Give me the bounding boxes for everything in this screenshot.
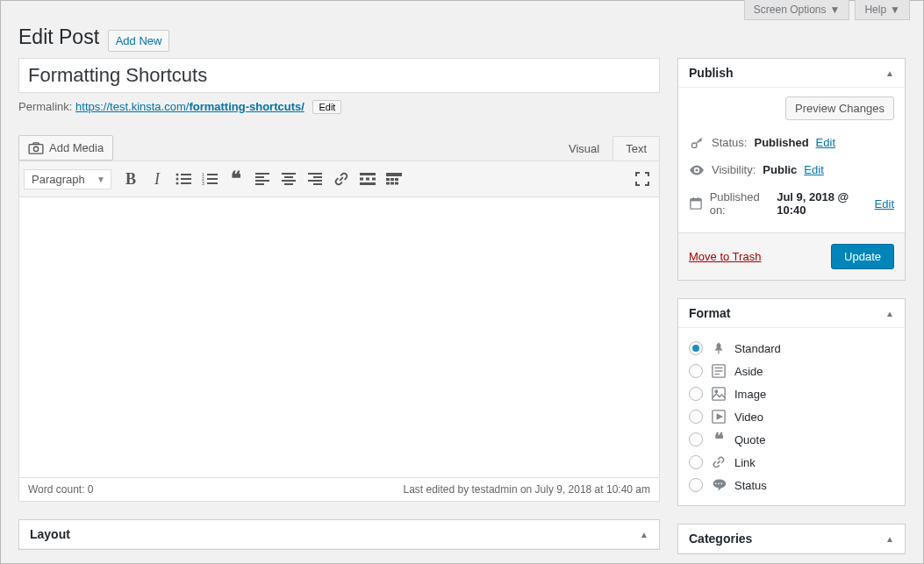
svg-text:3: 3 <box>202 181 204 185</box>
publish-heading: Publish <box>689 66 734 80</box>
add-media-label: Add Media <box>49 141 104 154</box>
layout-panel-header[interactable]: Layout ▲ <box>19 520 659 549</box>
radio-icon <box>689 455 703 469</box>
link-button[interactable] <box>329 166 354 192</box>
svg-rect-49 <box>713 388 725 400</box>
format-option-status[interactable]: Status <box>689 474 894 496</box>
permalink-label: Permalink: <box>18 100 72 113</box>
svg-rect-41 <box>691 199 701 202</box>
update-button[interactable]: Update <box>831 244 894 269</box>
bullet-list-button[interactable] <box>171 166 196 192</box>
svg-rect-18 <box>282 173 296 175</box>
screen-options-button[interactable]: Screen Options ▼ <box>744 0 850 20</box>
format-option-standard[interactable]: Standard <box>689 337 894 360</box>
tab-text[interactable]: Text <box>612 136 660 161</box>
radio-icon <box>689 387 703 401</box>
align-left-button[interactable] <box>250 166 275 192</box>
format-option-video[interactable]: Video <box>689 405 894 428</box>
svg-point-39 <box>695 168 698 171</box>
svg-rect-11 <box>207 178 218 180</box>
tab-visual[interactable]: Visual <box>555 136 612 161</box>
format-panel-header[interactable]: Format ▲ <box>678 299 905 328</box>
publish-panel-header[interactable]: Publish ▲ <box>678 59 905 88</box>
format-option-label: Aside <box>734 365 763 378</box>
svg-point-52 <box>715 483 717 485</box>
post-title-input[interactable] <box>18 58 660 93</box>
svg-rect-36 <box>390 182 394 185</box>
svg-rect-32 <box>386 178 390 181</box>
edit-date-link[interactable]: Edit <box>875 197 894 211</box>
format-option-label: Link <box>734 456 756 469</box>
help-button[interactable]: Help ▼ <box>855 0 910 20</box>
edit-slug-button[interactable]: Edit <box>312 100 341 114</box>
svg-rect-20 <box>282 180 296 182</box>
caret-down-icon: ▼ <box>830 4 841 16</box>
format-option-aside[interactable]: Aside <box>689 360 894 382</box>
key-icon <box>689 137 705 149</box>
svg-rect-7 <box>181 182 191 184</box>
layout-heading: Layout <box>30 527 70 541</box>
numbered-list-button[interactable]: 123 <box>197 166 222 192</box>
permalink-row: Permalink: https://test.kinsta.com/forma… <box>18 100 660 114</box>
toolbar-toggle-button[interactable] <box>382 166 406 192</box>
svg-rect-37 <box>395 182 398 185</box>
categories-panel-header[interactable]: Categories ▲ <box>678 525 905 553</box>
video-icon <box>710 410 727 424</box>
svg-point-6 <box>176 182 179 185</box>
categories-heading: Categories <box>689 532 752 546</box>
format-option-label: Image <box>734 388 766 401</box>
svg-rect-17 <box>255 183 264 185</box>
editor-toolbar: Paragraph ▼ B I 123 ❝ <box>18 161 660 197</box>
fullscreen-button[interactable] <box>630 166 655 192</box>
svg-rect-0 <box>29 144 43 153</box>
align-right-button[interactable] <box>303 166 327 192</box>
aside-icon <box>710 364 727 378</box>
editor-content[interactable] <box>18 197 660 478</box>
preview-changes-button[interactable]: Preview Changes <box>785 96 894 120</box>
svg-point-53 <box>718 483 720 485</box>
permalink-link[interactable]: https://test.kinsta.com/formatting-short… <box>75 100 304 113</box>
svg-rect-5 <box>181 178 191 180</box>
collapse-triangle-icon: ▲ <box>640 530 648 539</box>
add-media-button[interactable]: Add Media <box>18 135 113 161</box>
format-option-link[interactable]: Link <box>689 451 894 474</box>
eye-icon <box>689 165 705 175</box>
edit-visibility-link[interactable]: Edit <box>804 163 823 176</box>
svg-rect-26 <box>360 173 376 175</box>
svg-rect-28 <box>366 178 369 181</box>
caret-down-icon: ▼ <box>97 175 105 184</box>
radio-icon <box>689 432 703 446</box>
categories-panel: Categories ▲ <box>677 524 906 554</box>
svg-point-1 <box>33 146 38 151</box>
blockquote-button[interactable]: ❝ <box>224 166 248 192</box>
format-option-quote[interactable]: ❝Quote <box>689 428 894 451</box>
status-value: Published <box>754 136 808 149</box>
help-label: Help <box>864 4 886 16</box>
readmore-button[interactable] <box>355 166 380 192</box>
svg-rect-30 <box>360 182 376 185</box>
format-option-label: Standard <box>734 342 781 355</box>
svg-rect-13 <box>207 182 218 184</box>
radio-icon <box>689 478 703 492</box>
link-icon <box>710 455 727 469</box>
add-new-button[interactable]: Add New <box>108 30 170 52</box>
collapse-triangle-icon: ▲ <box>885 68 894 78</box>
bold-button[interactable]: B <box>118 166 143 192</box>
paragraph-select[interactable]: Paragraph ▼ <box>24 169 111 189</box>
quote-icon: ❝ <box>710 433 727 446</box>
move-to-trash-link[interactable]: Move to Trash <box>689 250 761 263</box>
edit-status-link[interactable]: Edit <box>816 136 835 149</box>
svg-rect-23 <box>313 176 322 178</box>
svg-point-2 <box>176 174 179 176</box>
radio-icon <box>689 364 703 378</box>
align-center-button[interactable] <box>276 166 301 192</box>
svg-point-38 <box>691 143 697 148</box>
radio-icon <box>689 341 703 355</box>
italic-button[interactable]: I <box>145 166 169 192</box>
svg-rect-21 <box>284 183 293 185</box>
svg-rect-22 <box>308 173 322 175</box>
svg-rect-35 <box>386 182 390 185</box>
format-option-image[interactable]: Image <box>689 382 894 405</box>
collapse-triangle-icon: ▲ <box>885 309 894 318</box>
publish-panel: Publish ▲ Preview Changes Status: Publis… <box>677 58 906 281</box>
